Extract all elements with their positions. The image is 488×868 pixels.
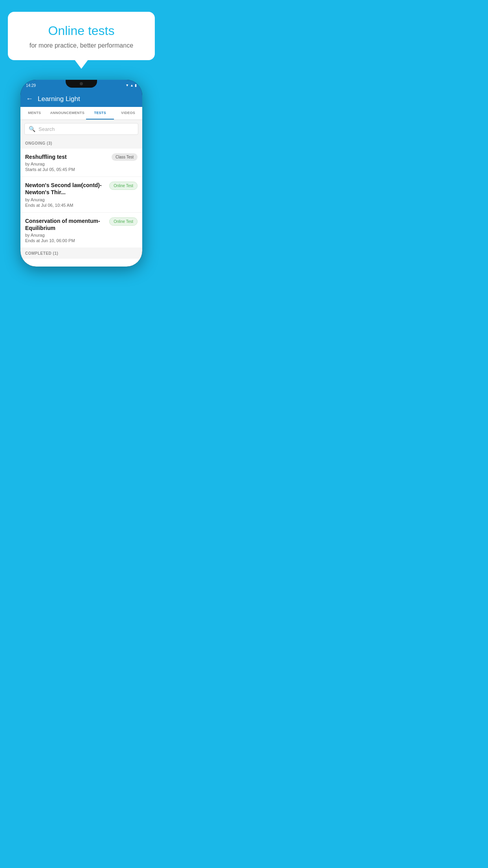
phone-frame: 14:29 ▼ ▲ ▮ ← Learning Light MENTS ANNOU… bbox=[20, 80, 142, 267]
tab-bar: MENTS ANNOUNCEMENTS TESTS VIDEOS bbox=[20, 107, 142, 120]
search-container: 🔍 Search bbox=[20, 120, 142, 138]
tab-videos[interactable]: VIDEOS bbox=[114, 107, 142, 120]
test-time-1: Starts at Jul 05, 05:45 PM bbox=[25, 167, 108, 172]
test-badge-2: Online Test bbox=[109, 182, 138, 190]
app-header: ← Learning Light bbox=[20, 91, 142, 107]
test-info-3: Conservation of momentum-Equilibrium by … bbox=[25, 217, 109, 243]
search-placeholder: Search bbox=[39, 126, 55, 132]
bubble-title: Online tests bbox=[20, 24, 143, 38]
test-time-3: Ends at Jun 10, 06:00 PM bbox=[25, 238, 106, 243]
test-title-1: Reshuffling test bbox=[25, 153, 108, 160]
back-button[interactable]: ← bbox=[26, 95, 33, 103]
wifi-icon: ▼ bbox=[125, 83, 129, 87]
test-author-1: by Anurag bbox=[25, 162, 108, 166]
test-author-2: by Anurag bbox=[25, 197, 106, 202]
status-time: 14:29 bbox=[26, 83, 36, 88]
test-badge-1: Class Test bbox=[112, 153, 138, 161]
test-item-2[interactable]: Newton's Second law(contd)-Newton's Thir… bbox=[20, 177, 142, 212]
test-info-1: Reshuffling test by Anurag Starts at Jul… bbox=[25, 153, 112, 172]
test-list: Reshuffling test by Anurag Starts at Jul… bbox=[20, 149, 142, 248]
app-title: Learning Light bbox=[38, 95, 80, 103]
status-bar: 14:29 ▼ ▲ ▮ bbox=[20, 80, 142, 91]
signal-icon: ▲ bbox=[130, 83, 134, 87]
tab-ments[interactable]: MENTS bbox=[20, 107, 49, 120]
test-title-2: Newton's Second law(contd)-Newton's Thir… bbox=[25, 182, 106, 196]
tab-announcements[interactable]: ANNOUNCEMENTS bbox=[49, 107, 86, 120]
test-badge-3: Online Test bbox=[109, 217, 138, 226]
test-title-3: Conservation of momentum-Equilibrium bbox=[25, 217, 106, 232]
test-item-1[interactable]: Reshuffling test by Anurag Starts at Jul… bbox=[20, 149, 142, 177]
completed-section-header: COMPLETED (1) bbox=[20, 248, 142, 259]
battery-icon: ▮ bbox=[135, 83, 137, 87]
search-bar[interactable]: 🔍 Search bbox=[24, 123, 138, 135]
speech-bubble: Online tests for more practice, better p… bbox=[8, 12, 155, 60]
status-icons: ▼ ▲ ▮ bbox=[125, 83, 137, 87]
test-item-3[interactable]: Conservation of momentum-Equilibrium by … bbox=[20, 213, 142, 248]
front-camera bbox=[80, 82, 83, 85]
test-time-2: Ends at Jul 06, 10:45 AM bbox=[25, 203, 106, 208]
test-author-3: by Anurag bbox=[25, 233, 106, 237]
bubble-subtitle: for more practice, better performance bbox=[20, 42, 143, 49]
tab-tests[interactable]: TESTS bbox=[86, 107, 114, 120]
search-icon: 🔍 bbox=[29, 126, 35, 132]
phone-wrapper: 14:29 ▼ ▲ ▮ ← Learning Light MENTS ANNOU… bbox=[8, 80, 155, 267]
phone-bottom bbox=[20, 259, 142, 267]
ongoing-section-header: ONGOING (3) bbox=[20, 138, 142, 149]
test-info-2: Newton's Second law(contd)-Newton's Thir… bbox=[25, 182, 109, 207]
phone-notch bbox=[66, 80, 97, 88]
